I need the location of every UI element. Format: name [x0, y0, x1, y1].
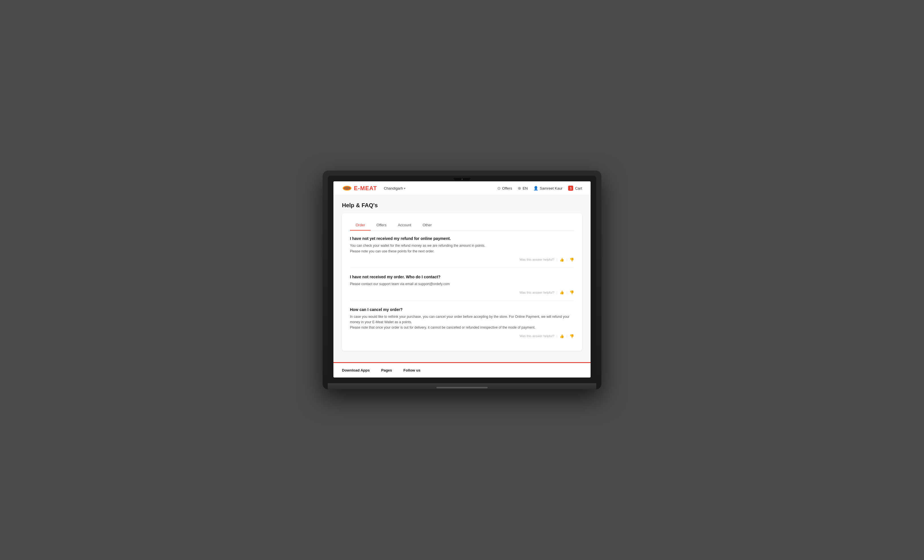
logo-text: E-MEAT — [354, 185, 377, 192]
helpful-row: Was this answer helpful? | 👍 | 👎 — [350, 290, 574, 295]
tab-order[interactable]: Order — [350, 220, 370, 231]
thumbs-down-icon[interactable]: 👎 — [570, 258, 574, 262]
logo[interactable]: E-MEAT — [342, 185, 377, 192]
offers-nav-item[interactable]: ⊙ Offers — [497, 186, 512, 190]
globe-icon: ⊕ — [518, 186, 521, 190]
faq-tabs: Order Offers Account Other — [350, 220, 574, 231]
faq-answer: Please contact our support team via emai… — [350, 281, 574, 287]
browser-screen: E-MEAT Chandigarh ▾ ⊙ Offers ⊕ EN — [333, 181, 591, 377]
camera-notch — [453, 178, 471, 180]
helpful-row: Was this answer helpful? | 👍 | 👎 — [350, 334, 574, 338]
separator: | — [556, 334, 557, 338]
footer-section-title: Pages — [381, 368, 392, 372]
site-header: E-MEAT Chandigarh ▾ ⊙ Offers ⊕ EN — [333, 181, 591, 195]
separator: | — [566, 291, 567, 294]
footer-section-follow: Follow us — [404, 368, 420, 372]
faq-question: How can I cancel my order? — [350, 307, 574, 312]
user-nav-item[interactable]: 👤 Samreet Kaur — [533, 186, 562, 190]
camera-dot — [461, 178, 463, 180]
separator: | — [556, 258, 557, 261]
svg-point-3 — [346, 188, 348, 189]
language-nav-item[interactable]: ⊕ EN — [518, 186, 528, 190]
faq-question: I have not received my order. Who do I c… — [350, 275, 574, 279]
page-title: Help & FAQ's — [342, 202, 582, 209]
location-label: Chandigarh — [384, 186, 403, 190]
thumbs-down-icon[interactable]: 👎 — [570, 334, 574, 338]
faq-item: How can I cancel my order? In case you w… — [350, 307, 574, 344]
faq-card: Order Offers Account Other — [342, 213, 582, 350]
tab-offers[interactable]: Offers — [370, 220, 392, 231]
faq-question: I have not yet received my refund for on… — [350, 236, 574, 241]
laptop-frame: E-MEAT Chandigarh ▾ ⊙ Offers ⊕ EN — [322, 171, 602, 389]
footer-content: Download Apps Pages Follow us — [333, 363, 591, 377]
cart-label: Cart — [575, 186, 582, 190]
cart-badge: 1 — [568, 186, 573, 191]
separator: | — [566, 258, 567, 261]
user-name: Samreet Kaur — [540, 186, 562, 190]
thumbs-down-icon[interactable]: 👎 — [570, 290, 574, 295]
faq-item: I have not received my order. Who do I c… — [350, 275, 574, 301]
helpful-text: Was this answer helpful? — [519, 334, 554, 338]
location-selector[interactable]: Chandigarh ▾ — [384, 186, 405, 190]
tab-other[interactable]: Other — [417, 220, 438, 231]
cart-button[interactable]: 1 Cart — [568, 186, 582, 191]
offers-icon: ⊙ — [497, 186, 501, 190]
laptop-bottom — [328, 383, 596, 389]
thumbs-up-icon[interactable]: 👍 — [560, 258, 564, 262]
faq-answer: In case you would like to rethink your p… — [350, 314, 574, 331]
faq-item: I have not yet received my refund for on… — [350, 236, 574, 268]
chevron-down-icon: ▾ — [404, 187, 405, 190]
faq-answer: You can check your wallet for the refund… — [350, 243, 574, 254]
footer-section-pages: Pages — [381, 368, 392, 372]
separator: | — [556, 291, 557, 294]
helpful-text: Was this answer helpful? — [519, 258, 554, 261]
trackpad-bar — [436, 387, 488, 388]
screen-bezel: E-MEAT Chandigarh ▾ ⊙ Offers ⊕ EN — [328, 176, 596, 383]
thumbs-up-icon[interactable]: 👍 — [560, 334, 564, 338]
thumbs-up-icon[interactable]: 👍 — [560, 290, 564, 295]
tab-account[interactable]: Account — [392, 220, 417, 231]
language-label: EN — [523, 186, 528, 190]
helpful-text: Was this answer helpful? — [519, 291, 554, 294]
main-content: Help & FAQ's Order Offers Account — [333, 195, 591, 362]
user-icon: 👤 — [533, 186, 538, 190]
helpful-row: Was this answer helpful? | 👍 | 👎 — [350, 258, 574, 262]
header-nav: ⊙ Offers ⊕ EN 👤 Samreet Kaur 1 Cart — [497, 186, 582, 191]
footer-section-title: Download Apps — [342, 368, 370, 372]
separator: | — [566, 334, 567, 338]
logo-icon — [342, 185, 352, 192]
footer-section-apps: Download Apps — [342, 368, 370, 372]
footer: Download Apps Pages Follow us — [333, 362, 591, 377]
footer-section-title: Follow us — [404, 368, 420, 372]
offers-label: Offers — [502, 186, 512, 190]
